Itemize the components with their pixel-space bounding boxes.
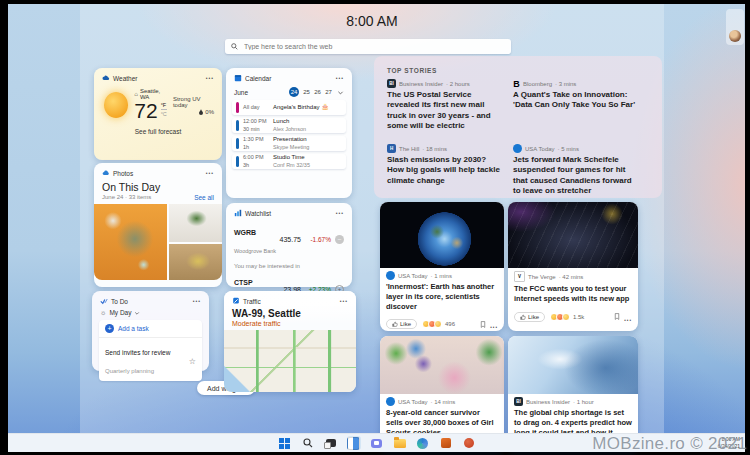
photo-thumbnail[interactable]	[94, 204, 167, 280]
photos-widget[interactable]: Photos On This Day June 24 · 33 items Se…	[94, 163, 222, 287]
the-verge-logo: V	[514, 271, 525, 282]
more-icon[interactable]	[490, 315, 498, 331]
calendar-event[interactable]: 12:00 PM 30 min Lunch Alex Johnson	[232, 118, 346, 133]
star-icon[interactable]	[189, 350, 196, 368]
traffic-status: Moderate traffic	[224, 319, 356, 328]
event-title: Presentation	[273, 136, 307, 142]
girl-scouts-article-image	[380, 336, 504, 394]
card-time: 42 mins	[559, 274, 584, 280]
chat-button[interactable]	[370, 436, 384, 450]
card-source: Business Insider	[526, 399, 570, 405]
my-day-selector[interactable]: My Day	[92, 305, 209, 316]
plus-icon	[105, 324, 114, 333]
story-headline: The US Postal Service revealed its first…	[387, 90, 501, 132]
bookmark-icon[interactable]	[614, 313, 620, 320]
calendar-event[interactable]: 1:30 PM 1h Presentation Skype Meeting	[232, 136, 346, 151]
file-explorer-button[interactable]	[393, 436, 407, 450]
bookmark-icon[interactable]	[480, 321, 486, 328]
more-icon[interactable]	[206, 171, 214, 175]
business-insider-logo: BI	[387, 79, 396, 88]
search-input[interactable]	[242, 42, 505, 51]
card-time: 1 hour	[573, 399, 594, 405]
precipitation-value: 0%	[205, 109, 214, 115]
calendar-day[interactable]: 26	[312, 89, 323, 95]
more-icon[interactable]	[193, 299, 201, 303]
thumbs-up-icon	[392, 321, 398, 327]
edge-button[interactable]	[416, 436, 430, 450]
todo-widget[interactable]: To Do My Day Add a task Send invites for…	[92, 291, 209, 371]
start-button[interactable]	[278, 436, 292, 450]
search-icon	[303, 438, 313, 448]
calendar-event[interactable]: 6:00 PM 3h Studio Time Conf Rm 32/35	[232, 154, 346, 169]
story-item[interactable]: B Bloomberg 3 mins A Quant's Take on Inn…	[513, 79, 637, 111]
story-source: USA Today	[525, 146, 555, 152]
more-icon[interactable]	[340, 299, 348, 303]
more-icon[interactable]	[624, 308, 632, 326]
weather-widget[interactable]: Weather Seattle, WA 72 °F °C Strong UV t…	[94, 68, 222, 160]
calendar-day-selected[interactable]: 24	[289, 87, 299, 97]
widgets-button[interactable]	[347, 436, 361, 450]
watchlist-widget[interactable]: Watchlist WGRB Woodgrove Bank 435.75 -1.…	[226, 203, 352, 287]
more-icon[interactable]	[206, 76, 214, 80]
event-color-bar	[236, 156, 239, 167]
add-task-button[interactable]: Add a task	[99, 320, 202, 338]
see-full-forecast-link[interactable]: See full forecast	[94, 128, 222, 135]
web-search-bar[interactable]	[225, 39, 511, 54]
unit-celsius[interactable]: °C	[161, 110, 167, 117]
powerpoint-button[interactable]	[462, 436, 476, 450]
news-card[interactable]: V The Verge 42 mins The FCC wants you to…	[508, 202, 638, 331]
task-item[interactable]: Send invites for review Quarterly planni…	[99, 338, 202, 381]
temperature-value: 72	[134, 100, 157, 121]
story-time: 2 hours	[446, 81, 470, 87]
unit-fahrenheit[interactable]: °F	[161, 102, 167, 110]
todo-title: To Do	[111, 298, 128, 305]
stock-row[interactable]: WGRB Woodgrove Bank 435.75 -1.67% –	[226, 217, 352, 257]
calendar-day[interactable]: 25	[301, 89, 312, 95]
story-item[interactable]: H The Hill 18 mins Slash emissions by 20…	[387, 144, 501, 186]
news-card[interactable]: USA Today 1 mins 'Innermost': Earth has …	[380, 202, 504, 331]
photo-thumbnail[interactable]	[169, 244, 222, 280]
story-item[interactable]: USA Today 5 mins Jets forward Mark Schei…	[513, 144, 637, 197]
like-button[interactable]: Like	[514, 312, 545, 322]
traffic-route: WA-99, Seattle	[224, 305, 356, 319]
office-button[interactable]	[439, 436, 453, 450]
traffic-widget[interactable]: Traffic WA-99, Seattle Moderate traffic	[224, 291, 356, 392]
task-view-button[interactable]	[324, 436, 338, 450]
home-location-icon	[134, 91, 138, 97]
us-map-article-image	[508, 202, 638, 268]
stocks-chart-icon	[234, 209, 242, 217]
calendar-event[interactable]: All day Angela's Birthday 🎂	[232, 100, 346, 115]
calendar-day[interactable]: 27	[323, 89, 334, 95]
chevron-down-icon	[134, 310, 140, 316]
stock-remove-icon[interactable]: –	[335, 235, 344, 244]
card-headline: 'Innermost': Earth has another layer in …	[386, 282, 498, 311]
task-title: Send invites for review	[105, 349, 170, 356]
chevron-down-icon[interactable]	[337, 89, 344, 96]
photo-thumbnail[interactable]	[169, 204, 222, 242]
stock-price: 435.75	[280, 236, 301, 243]
reaction-emojis	[422, 320, 442, 328]
event-title: Studio Time	[273, 154, 305, 160]
photos-subheading: June 24 · 33 items	[102, 194, 151, 201]
story-source: The Hill	[399, 146, 419, 152]
see-all-link[interactable]: See all	[194, 194, 214, 201]
stock-change: -1.67%	[301, 236, 331, 243]
more-icon[interactable]	[336, 76, 344, 80]
on-this-day-heading: On This Day	[94, 177, 222, 193]
more-icon[interactable]	[336, 211, 344, 215]
card-source: USA Today	[398, 399, 428, 405]
chip-shortage-article-image	[508, 336, 638, 394]
story-item[interactable]: BI Business Insider 2 hours The US Posta…	[387, 79, 501, 132]
calendar-widget[interactable]: Calendar June 24 25 26 27 All day Angela…	[226, 68, 352, 198]
like-button[interactable]: Like	[386, 319, 417, 329]
search-button[interactable]	[301, 436, 315, 450]
card-headline: The FCC wants you to test your internet …	[514, 284, 632, 304]
like-label: Like	[400, 321, 411, 327]
task-subtitle: Quarterly planning	[105, 368, 154, 374]
earth-article-image	[380, 202, 504, 268]
usa-today-logo	[513, 144, 522, 153]
watermark: MOBzine.ro © 2021	[592, 434, 747, 454]
stock-symbol: WGRB	[234, 229, 256, 236]
user-profile-button[interactable]	[726, 9, 744, 45]
event-time: 12:00 PM	[243, 118, 267, 124]
